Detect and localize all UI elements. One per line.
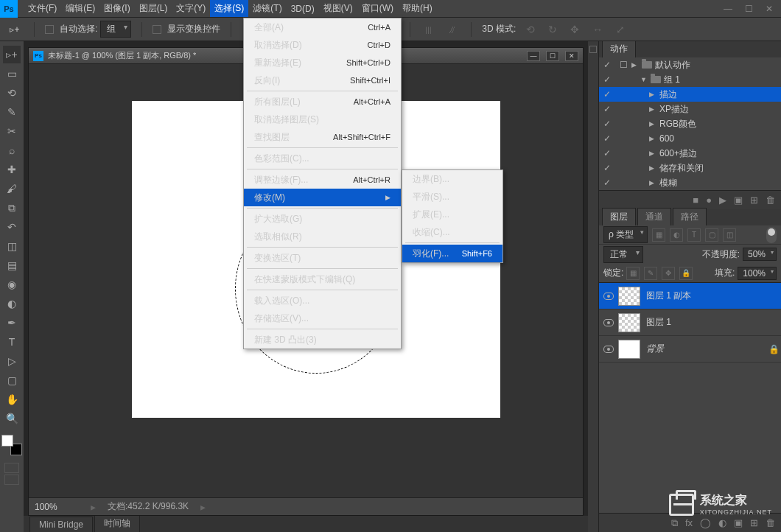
bottom-tab[interactable]: 时间轴	[94, 514, 140, 532]
fill-input[interactable]: 100%	[738, 267, 777, 280]
modify-submenu[interactable]: 边界(B)...平滑(S)...扩展(E)...收缩(C)...羽化(F)...…	[402, 169, 503, 263]
collapsed-panel-strip[interactable]	[588, 41, 598, 532]
bottom-tab[interactable]: Mini Bridge	[29, 517, 93, 532]
action-row[interactable]: ✓▶XP描边	[599, 102, 781, 116]
layer-thumbnail[interactable]	[618, 340, 640, 359]
action-row[interactable]: ✓▶600+描边	[599, 146, 781, 161]
blend-mode-dropdown[interactable]: 正常	[603, 246, 643, 263]
zoom-arrow-icon[interactable]: ▸	[88, 501, 99, 513]
filter-shape-icon[interactable]: ▢	[705, 228, 718, 242]
lock-transparent-icon[interactable]: ▦	[626, 267, 640, 280]
menu-item[interactable]: 所有图层(L)Alt+Ctrl+A	[244, 93, 401, 111]
submenu-item[interactable]: 平滑(S)...	[402, 188, 502, 206]
menu-item[interactable]: 取消选择图层(S)	[244, 111, 401, 128]
lock-position-icon[interactable]: ✥	[662, 267, 675, 280]
maximize-button[interactable]: ☐	[743, 3, 754, 15]
menu-item[interactable]: 载入选区(O)...	[244, 292, 401, 309]
new-set-button[interactable]: ▣	[734, 195, 743, 206]
layer-row[interactable]: 图层 1	[599, 309, 781, 336]
action-row[interactable]: ✓▶储存和关闭	[599, 161, 781, 175]
show-transform-group[interactable]: 显示变换控件	[153, 23, 220, 35]
color-swatches[interactable]	[1, 435, 22, 455]
layer-mask-button[interactable]: ◯	[700, 517, 711, 528]
group-button[interactable]: ▣	[734, 517, 743, 528]
quick-select-tool[interactable]: ✎	[3, 103, 21, 121]
menu-item[interactable]: 变换选区(T)	[244, 249, 401, 267]
pen-tool[interactable]: ✒	[3, 314, 21, 332]
record-button[interactable]: ●	[706, 195, 712, 206]
filter-adjust-icon[interactable]: ◐	[670, 228, 683, 242]
trash-button[interactable]: 🗑	[766, 195, 775, 206]
submenu-item[interactable]: 扩展(E)...	[402, 206, 502, 223]
menu-item[interactable]: 存储选区(V)...	[244, 309, 401, 327]
show-transform-checkbox[interactable]	[153, 25, 161, 34]
filter-smart-icon[interactable]: ◫	[723, 228, 736, 242]
menu-视图v[interactable]: 视图(V)	[319, 0, 357, 17]
action-row[interactable]: ✓▶描边	[599, 87, 781, 102]
lock-all-icon[interactable]: 🔒	[679, 267, 693, 280]
distribute-icon[interactable]: ⫼	[421, 24, 437, 35]
gradient-tool[interactable]: ▤	[3, 256, 21, 274]
opacity-input[interactable]: 50%	[743, 248, 777, 261]
dodge-tool[interactable]: ◐	[3, 295, 21, 312]
layer-row[interactable]: 背景 🔒	[599, 336, 781, 363]
menu-item[interactable]: 调整边缘(F)...Alt+Ctrl+R	[244, 171, 401, 189]
layer-name[interactable]: 背景	[646, 343, 766, 355]
menu-文字y[interactable]: 文字(Y)	[172, 0, 210, 17]
tab-路径[interactable]: 路径	[673, 208, 707, 225]
pan-3d-icon[interactable]: ✥	[567, 24, 582, 35]
lasso-tool[interactable]: ⟲	[3, 84, 21, 102]
history-brush-tool[interactable]: ↶	[3, 218, 21, 236]
blur-tool[interactable]: ◉	[3, 276, 21, 293]
select-menu[interactable]: 全部(A)Ctrl+A取消选择(D)Ctrl+D重新选择(E)Shift+Ctr…	[243, 18, 402, 349]
minimize-button[interactable]: —	[722, 3, 734, 15]
doc-close-button[interactable]: ✕	[565, 51, 578, 61]
type-tool[interactable]: T	[3, 333, 21, 351]
zoom-level[interactable]: 100%	[35, 502, 79, 512]
menu-3dd[interactable]: 3D(D)	[287, 1, 319, 16]
action-row[interactable]: ✓▶RGB颜色	[599, 116, 781, 131]
layer-thumbnail[interactable]	[618, 287, 640, 306]
delete-layer-button[interactable]: 🗑	[766, 517, 775, 528]
lock-pixels-icon[interactable]: ✎	[644, 267, 657, 280]
action-row[interactable]: ✓▶模糊	[599, 175, 781, 190]
layer-kind-filter[interactable]: ρ 类型	[603, 226, 648, 243]
tab-通道[interactable]: 通道	[637, 208, 671, 225]
auto-select-dropdown[interactable]: 组	[100, 21, 131, 38]
actions-list[interactable]: ✓☐▶默认动作✓▼组 1✓▶描边✓▶XP描边✓▶RGB颜色✓▶600✓▶600+…	[599, 57, 781, 190]
auto-select-group[interactable]: 自动选择: 组	[45, 21, 131, 38]
zoom-tool[interactable]: 🔍	[3, 410, 21, 427]
eyedropper-tool[interactable]: ⌕	[3, 141, 21, 159]
submenu-item[interactable]: 边界(B)...	[402, 170, 502, 188]
menu-图像i[interactable]: 图像(I)	[99, 0, 134, 17]
path-select-tool[interactable]: ▷	[3, 352, 21, 370]
menu-item[interactable]: 扩大选取(G)	[244, 210, 401, 228]
filter-pixel-icon[interactable]: ▦	[652, 228, 665, 242]
submenu-item[interactable]: 羽化(F)...Shift+F6	[402, 245, 502, 262]
doc-minimize-button[interactable]: —	[527, 51, 540, 61]
info-arrow-icon[interactable]: ▸	[197, 501, 209, 513]
doc-maximize-button[interactable]: ☐	[546, 51, 559, 61]
fg-color[interactable]	[1, 435, 13, 447]
menu-item[interactable]: 新建 3D 凸出(3)	[244, 331, 401, 349]
menu-item[interactable]: 查找图层Alt+Shift+Ctrl+F	[244, 128, 401, 146]
action-row[interactable]: ✓▶600	[599, 131, 781, 146]
orbit-3d-icon[interactable]: ⟲	[523, 24, 538, 35]
layer-name[interactable]: 图层 1 副本	[646, 290, 766, 302]
tab-actions[interactable]: 动作	[602, 41, 636, 57]
healing-tool[interactable]: ✚	[3, 161, 21, 178]
visibility-toggle[interactable]	[599, 319, 618, 326]
layer-name[interactable]: 图层 1	[646, 316, 766, 329]
visibility-toggle[interactable]	[599, 346, 618, 353]
quick-mask-toggle[interactable]	[4, 463, 19, 473]
close-button[interactable]: ✕	[763, 3, 775, 15]
screen-mode-toggle[interactable]	[4, 475, 19, 485]
layer-row[interactable]: 图层 1 副本	[599, 283, 781, 309]
menu-编辑e[interactable]: 编辑(E)	[61, 0, 99, 17]
menu-item[interactable]: 反向(I)Shift+Ctrl+I	[244, 71, 401, 89]
menu-item[interactable]: 修改(M)▶	[244, 189, 401, 206]
action-row[interactable]: ✓▼组 1	[599, 72, 781, 87]
menu-item[interactable]: 色彩范围(C)...	[244, 150, 401, 167]
stop-button[interactable]: ■	[693, 195, 698, 206]
adjust-layer-button[interactable]: ◐	[718, 517, 726, 528]
